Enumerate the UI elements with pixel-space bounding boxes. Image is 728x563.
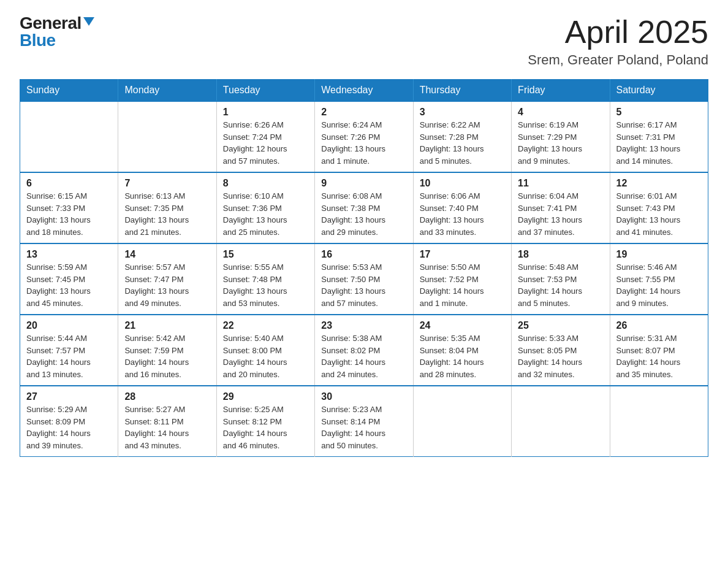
day-number: 24 [420, 320, 505, 331]
day-number: 15 [223, 249, 308, 260]
day-info: Sunrise: 6:06 AMSunset: 7:40 PMDaylight:… [420, 190, 505, 238]
calendar-cell: 26Sunrise: 5:31 AMSunset: 8:07 PMDayligh… [610, 315, 708, 386]
day-info: Sunrise: 6:13 AMSunset: 7:35 PMDaylight:… [124, 190, 210, 238]
calendar-cell: 13Sunrise: 5:59 AMSunset: 7:45 PMDayligh… [20, 243, 118, 315]
calendar-cell: 16Sunrise: 5:53 AMSunset: 7:50 PMDayligh… [315, 243, 413, 315]
calendar-cell: 4Sunrise: 6:19 AMSunset: 7:29 PMDaylight… [512, 101, 610, 172]
calendar-cell: 12Sunrise: 6:01 AMSunset: 7:43 PMDayligh… [610, 172, 708, 243]
day-number: 8 [223, 178, 308, 189]
calendar-cell: 18Sunrise: 5:48 AMSunset: 7:53 PMDayligh… [512, 243, 610, 315]
calendar-cell: 28Sunrise: 5:27 AMSunset: 8:11 PMDayligh… [118, 386, 216, 457]
day-number: 30 [321, 391, 406, 402]
title-section: April 2025 Srem, Greater Poland, Poland [528, 15, 708, 68]
calendar-cell [512, 386, 610, 457]
day-number: 16 [321, 249, 406, 260]
day-info: Sunrise: 6:26 AMSunset: 7:24 PMDaylight:… [223, 119, 308, 167]
day-info: Sunrise: 5:55 AMSunset: 7:48 PMDaylight:… [223, 261, 308, 309]
day-info: Sunrise: 5:44 AMSunset: 7:57 PMDaylight:… [26, 332, 112, 380]
day-info: Sunrise: 5:38 AMSunset: 8:02 PMDaylight:… [321, 332, 406, 380]
day-info: Sunrise: 5:31 AMSunset: 8:07 PMDaylight:… [616, 332, 702, 380]
day-number: 1 [223, 107, 308, 118]
day-info: Sunrise: 5:33 AMSunset: 8:05 PMDaylight:… [518, 332, 603, 380]
calendar-week-row: 6Sunrise: 6:15 AMSunset: 7:33 PMDaylight… [20, 172, 708, 243]
day-number: 3 [420, 107, 505, 118]
calendar-cell: 7Sunrise: 6:13 AMSunset: 7:35 PMDaylight… [118, 172, 216, 243]
day-info: Sunrise: 5:50 AMSunset: 7:52 PMDaylight:… [420, 261, 505, 309]
logo-triangle-icon [83, 17, 94, 26]
calendar-cell: 11Sunrise: 6:04 AMSunset: 7:41 PMDayligh… [512, 172, 610, 243]
calendar-subtitle: Srem, Greater Poland, Poland [528, 52, 708, 68]
calendar-cell: 22Sunrise: 5:40 AMSunset: 8:00 PMDayligh… [216, 315, 314, 386]
calendar-cell: 14Sunrise: 5:57 AMSunset: 7:47 PMDayligh… [118, 243, 216, 315]
day-info: Sunrise: 5:46 AMSunset: 7:55 PMDaylight:… [616, 261, 702, 309]
day-info: Sunrise: 6:01 AMSunset: 7:43 PMDaylight:… [616, 190, 702, 238]
calendar-cell: 8Sunrise: 6:10 AMSunset: 7:36 PMDaylight… [216, 172, 314, 243]
calendar-cell: 20Sunrise: 5:44 AMSunset: 7:57 PMDayligh… [20, 315, 118, 386]
weekday-header-saturday: Saturday [610, 80, 708, 102]
calendar-cell: 10Sunrise: 6:06 AMSunset: 7:40 PMDayligh… [413, 172, 511, 243]
day-info: Sunrise: 5:40 AMSunset: 8:00 PMDaylight:… [223, 332, 308, 380]
calendar-title: April 2025 [528, 15, 708, 50]
day-number: 19 [616, 249, 702, 260]
weekday-header-tuesday: Tuesday [216, 80, 314, 102]
day-number: 11 [518, 178, 603, 189]
day-number: 27 [26, 391, 112, 402]
calendar-cell: 6Sunrise: 6:15 AMSunset: 7:33 PMDaylight… [20, 172, 118, 243]
calendar-week-row: 1Sunrise: 6:26 AMSunset: 7:24 PMDaylight… [20, 101, 708, 172]
day-number: 2 [321, 107, 406, 118]
calendar-table: SundayMondayTuesdayWednesdayThursdayFrid… [20, 79, 708, 457]
weekday-header-sunday: Sunday [20, 80, 118, 102]
day-info: Sunrise: 5:25 AMSunset: 8:12 PMDaylight:… [223, 404, 308, 451]
day-info: Sunrise: 5:35 AMSunset: 8:04 PMDaylight:… [420, 332, 505, 380]
day-number: 12 [616, 178, 702, 189]
calendar-cell: 9Sunrise: 6:08 AMSunset: 7:38 PMDaylight… [315, 172, 413, 243]
calendar-cell [413, 386, 511, 457]
calendar-week-row: 13Sunrise: 5:59 AMSunset: 7:45 PMDayligh… [20, 243, 708, 315]
weekday-header-monday: Monday [118, 80, 216, 102]
calendar-cell: 17Sunrise: 5:50 AMSunset: 7:52 PMDayligh… [413, 243, 511, 315]
day-number: 17 [420, 249, 505, 260]
weekday-header-thursday: Thursday [413, 80, 511, 102]
day-info: Sunrise: 6:15 AMSunset: 7:33 PMDaylight:… [26, 190, 112, 238]
day-info: Sunrise: 6:19 AMSunset: 7:29 PMDaylight:… [518, 119, 603, 167]
day-number: 18 [518, 249, 603, 260]
day-number: 26 [616, 320, 702, 331]
calendar-cell: 24Sunrise: 5:35 AMSunset: 8:04 PMDayligh… [413, 315, 511, 386]
day-number: 10 [420, 178, 505, 189]
day-info: Sunrise: 5:48 AMSunset: 7:53 PMDaylight:… [518, 261, 603, 309]
day-info: Sunrise: 6:10 AMSunset: 7:36 PMDaylight:… [223, 190, 308, 238]
calendar-cell: 25Sunrise: 5:33 AMSunset: 8:05 PMDayligh… [512, 315, 610, 386]
calendar-body: 1Sunrise: 6:26 AMSunset: 7:24 PMDaylight… [20, 101, 708, 457]
day-info: Sunrise: 5:59 AMSunset: 7:45 PMDaylight:… [26, 261, 112, 309]
day-number: 22 [223, 320, 308, 331]
day-number: 9 [321, 178, 406, 189]
day-info: Sunrise: 5:42 AMSunset: 7:59 PMDaylight:… [124, 332, 210, 380]
day-number: 13 [26, 249, 112, 260]
calendar-cell: 23Sunrise: 5:38 AMSunset: 8:02 PMDayligh… [315, 315, 413, 386]
page-header: General Blue April 2025 Srem, Greater Po… [20, 15, 708, 68]
day-info: Sunrise: 6:08 AMSunset: 7:38 PMDaylight:… [321, 190, 406, 238]
calendar-cell [20, 101, 118, 172]
day-number: 4 [518, 107, 603, 118]
day-number: 14 [124, 249, 210, 260]
calendar-header: SundayMondayTuesdayWednesdayThursdayFrid… [20, 80, 708, 102]
calendar-cell [118, 101, 216, 172]
day-number: 5 [616, 107, 702, 118]
day-info: Sunrise: 5:27 AMSunset: 8:11 PMDaylight:… [124, 404, 210, 451]
calendar-cell: 2Sunrise: 6:24 AMSunset: 7:26 PMDaylight… [315, 101, 413, 172]
day-number: 20 [26, 320, 112, 331]
calendar-cell: 21Sunrise: 5:42 AMSunset: 7:59 PMDayligh… [118, 315, 216, 386]
calendar-cell: 19Sunrise: 5:46 AMSunset: 7:55 PMDayligh… [610, 243, 708, 315]
calendar-week-row: 27Sunrise: 5:29 AMSunset: 8:09 PMDayligh… [20, 386, 708, 457]
calendar-cell: 30Sunrise: 5:23 AMSunset: 8:14 PMDayligh… [315, 386, 413, 457]
calendar-cell: 27Sunrise: 5:29 AMSunset: 8:09 PMDayligh… [20, 386, 118, 457]
day-number: 7 [124, 178, 210, 189]
calendar-cell: 15Sunrise: 5:55 AMSunset: 7:48 PMDayligh… [216, 243, 314, 315]
day-info: Sunrise: 6:04 AMSunset: 7:41 PMDaylight:… [518, 190, 603, 238]
calendar-cell: 1Sunrise: 6:26 AMSunset: 7:24 PMDaylight… [216, 101, 314, 172]
day-number: 29 [223, 391, 308, 402]
day-number: 25 [518, 320, 603, 331]
calendar-cell: 3Sunrise: 6:22 AMSunset: 7:28 PMDaylight… [413, 101, 511, 172]
calendar-cell: 29Sunrise: 5:25 AMSunset: 8:12 PMDayligh… [216, 386, 314, 457]
calendar-cell: 5Sunrise: 6:17 AMSunset: 7:31 PMDaylight… [610, 101, 708, 172]
